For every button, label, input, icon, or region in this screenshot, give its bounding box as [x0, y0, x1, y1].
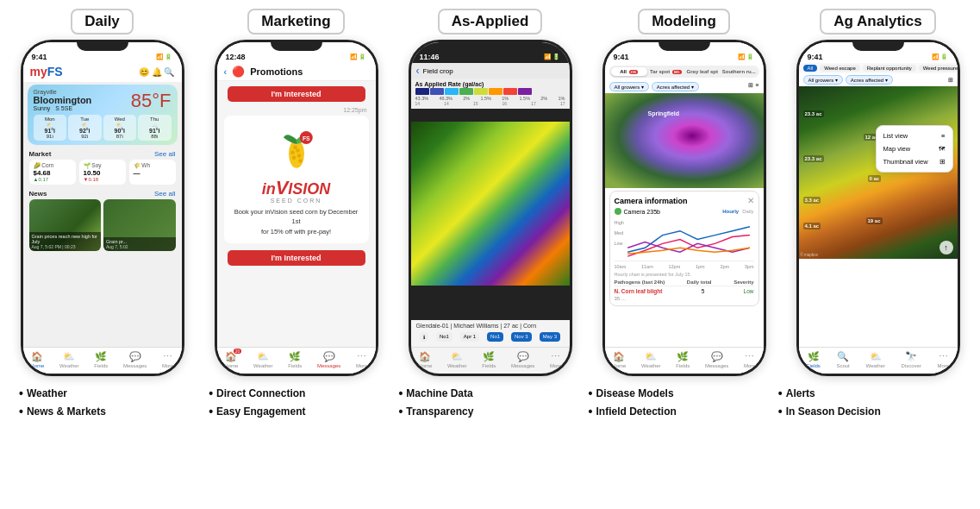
tool-nov3[interactable]: Nov 3	[511, 332, 532, 342]
ag-bottom-nav: 🌿Fields 🔍Scout ⛅Weather 🔭Discover ⋯More	[799, 347, 958, 374]
tool-no1-2[interactable]: No1	[487, 332, 503, 342]
ag-tab-replant[interactable]: Replant opportunity	[863, 65, 916, 72]
rate-overlay: As Applied Rate (gal/ac) 43	[411, 79, 570, 109]
model-tab-south[interactable]: Southern ru...	[721, 67, 758, 76]
tool-may3[interactable]: May 3	[540, 332, 560, 342]
ag-filter-acres[interactable]: Acres affected ▾	[846, 75, 893, 85]
applied-nav-messages[interactable]: 💬Messages	[511, 351, 534, 368]
filter-acres-affected[interactable]: Acres affected ▾	[652, 82, 699, 91]
filter-icon-1[interactable]: ⊞	[748, 82, 753, 91]
tool-no1[interactable]: No1	[436, 332, 453, 342]
ag-tab-pressure[interactable]: Weed pressure	[919, 65, 958, 72]
as-applied-column: As-Applied 11:46 📶 🔋 ‹ Field crop As App…	[396, 9, 584, 376]
applied-bottom-nav: 🏠Home ⛅Weather 🌿Fields 💬Messages ⋯More	[411, 347, 570, 374]
model-nav-messages[interactable]: 💬Messages	[705, 351, 728, 368]
marketing-label: Marketing	[247, 9, 344, 35]
ag-filter-icons: ⊞	[948, 75, 953, 85]
mkt-nav-messages[interactable]: 💬Messages	[317, 351, 340, 368]
news-card-2[interactable]: Grain pr...Aug 7, 5:02	[103, 199, 176, 251]
applied-map-bg	[411, 122, 570, 286]
applied-nav-more[interactable]: ⋯More	[550, 351, 562, 368]
mkt-content-card: FS inVISION SEED CORN Book your inVision…	[224, 116, 369, 243]
market-corn: 🌽 Corn $4.68 ▲0.17	[29, 160, 76, 185]
header-icons: 😊 🔔 🔍	[139, 67, 175, 77]
daily-bottom-nav: 🏠Home ⛅Weather 🌿Fields 💬Messages ⋯More	[23, 347, 182, 374]
mkt-nav-fields[interactable]: 🌿Fields	[288, 351, 302, 368]
modeling-map: Springfield	[605, 93, 764, 188]
mkt-nav-home[interactable]: 🏠20 Home	[224, 351, 238, 368]
ag-nav-more[interactable]: ⋯More	[938, 351, 950, 368]
camera-chart: HighMedLow	[615, 218, 754, 261]
daily-phone: 9:41 📶 🔋 myFS 😊 🔔 🔍 Grayville Bloomingto…	[21, 40, 184, 376]
market-see-all[interactable]: See all	[154, 150, 175, 158]
news-see-all[interactable]: See all	[154, 190, 175, 198]
view-list[interactable]: List view ≡	[877, 129, 952, 142]
ag-nav-weather[interactable]: ⛅Weather	[865, 351, 885, 368]
ag-field-label-6: 4.1 ac	[803, 223, 821, 229]
status-time-ag: 9:41	[808, 53, 823, 61]
nav-more[interactable]: ⋯More	[162, 351, 174, 368]
marketing-column: Marketing 12:48 📶 🔋 ‹ 🔴 Promotions I'm I…	[203, 9, 390, 376]
filter-all-growers[interactable]: All growers ▾	[609, 82, 649, 91]
model-nav-fields[interactable]: 🌿Fields	[676, 351, 690, 368]
pathogen-more: 35 ...	[615, 296, 754, 301]
ag-tab-weed[interactable]: Weed escape	[820, 65, 860, 72]
map-view-icon: 🗺	[939, 145, 946, 153]
mkt-back-btn[interactable]: ‹	[224, 66, 228, 77]
invision-corn-svg: FS	[271, 123, 322, 179]
news-cards: Grain prices reach new high for JulyAug …	[29, 199, 176, 251]
pathogen-name: N. Corn leaf blight	[615, 288, 663, 294]
mkt-promo-btn-2[interactable]: I'm Interested	[228, 250, 365, 266]
applied-screen: 11:46 📶 🔋 ‹ Field crop As Applied Rate (…	[411, 42, 570, 374]
marketing-screen: 12:48 📶 🔋 ‹ 🔴 Promotions I'm Interested …	[217, 42, 376, 374]
camera-title: Camera information	[615, 197, 688, 205]
as-applied-phone: 11:46 📶 🔋 ‹ Field crop As Applied Rate (…	[409, 40, 572, 376]
status-icons-applied: 📶 🔋	[544, 53, 561, 60]
ag-field-label-7: 19 ac	[866, 217, 883, 224]
status-icons: 📶 🔋	[156, 53, 173, 60]
applied-back[interactable]: ‹	[416, 65, 420, 77]
news-card-1[interactable]: Grain prices reach new high for JulyAug …	[29, 199, 102, 251]
model-tab-tar[interactable]: Tar spot 805	[647, 67, 684, 76]
notch	[271, 42, 322, 51]
compass[interactable]: ↑	[939, 241, 953, 255]
filter-icon-2[interactable]: ≡	[756, 82, 759, 91]
model-nav-more[interactable]: ⋯More	[744, 351, 756, 368]
ag-field-label-2: 23.3 ac	[803, 155, 824, 162]
ag-nav-scout[interactable]: 🔍Scout	[836, 351, 849, 368]
mkt-nav-weather[interactable]: ⛅Weather	[253, 351, 273, 368]
nav-home[interactable]: 🏠Home	[30, 351, 44, 368]
ag-screen: 9:41 📶 🔋 All Weed escape Replant opportu…	[799, 42, 958, 374]
ag-list-icon[interactable]: ⊞	[948, 77, 953, 84]
notch	[465, 42, 516, 51]
ag-filter-growers[interactable]: All growers ▾	[803, 75, 843, 85]
ag-nav-discover[interactable]: 🔭Discover	[902, 351, 921, 368]
applied-nav-weather[interactable]: ⛅Weather	[447, 351, 467, 368]
status-icons-mkt: 📶 🔋	[350, 53, 367, 60]
pathogen-row-1: N. Corn leaf blight 5 Low	[615, 286, 754, 296]
camera-close-btn[interactable]: ✕	[747, 196, 754, 205]
view-thumbnail-label: Thumbnail view	[883, 158, 928, 166]
forecast-tue: Tue⛅92°i92i	[68, 115, 102, 141]
view-map[interactable]: Map view 🗺	[877, 142, 952, 155]
tool-apr1[interactable]: Apr 1	[460, 332, 479, 342]
status-time-applied: 11:46	[420, 53, 440, 61]
mkt-nav-more[interactable]: ⋯More	[356, 351, 368, 368]
model-nav-weather[interactable]: ⛅Weather	[641, 351, 661, 368]
model-tab-gray[interactable]: Gray leaf spt	[684, 67, 721, 76]
model-tab-all[interactable]: All 235	[611, 67, 648, 76]
applied-nav-home[interactable]: 🏠Home	[418, 351, 432, 368]
ag-field-label-1: 23.3 ac	[803, 110, 824, 117]
ag-nav-fields[interactable]: 🌿Fields	[807, 351, 821, 368]
applied-nav-fields[interactable]: 🌿Fields	[482, 351, 496, 368]
nav-fields[interactable]: 🌿Fields	[94, 351, 108, 368]
hourly-btn[interactable]: Hourly	[722, 209, 739, 214]
nav-weather[interactable]: ⛅Weather	[59, 351, 79, 368]
mkt-promo-btn-1[interactable]: I'm Interested	[228, 86, 365, 102]
ag-map-area: 23.3 ac 23.3 ac 12 ac 3.3 ac 0 ac 4.1 ac…	[799, 86, 958, 259]
ag-tab-all[interactable]: All	[803, 65, 818, 72]
tool-info[interactable]: ℹ	[420, 332, 428, 342]
view-thumbnail[interactable]: Thumbnail view ⊞	[877, 155, 952, 168]
model-nav-home[interactable]: 🏠Home	[612, 351, 626, 368]
nav-messages[interactable]: 💬Messages	[123, 351, 147, 368]
